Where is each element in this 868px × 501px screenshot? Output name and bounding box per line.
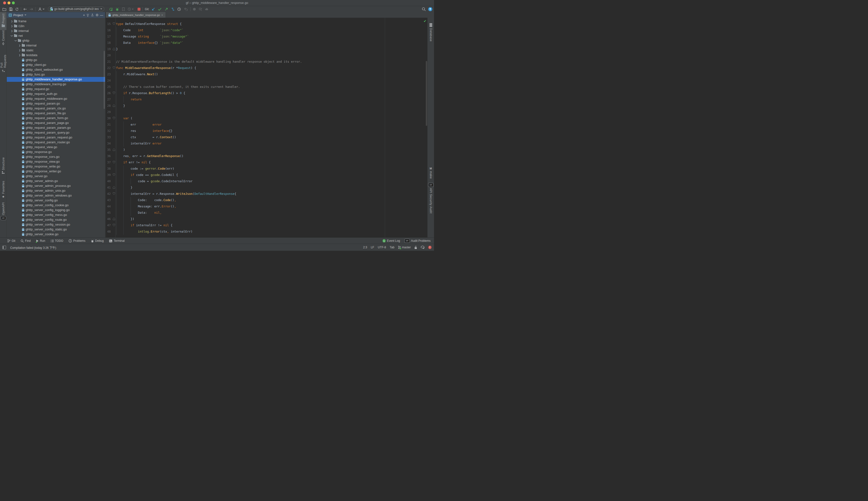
tree-item-ghttp_server_config_cookie.go[interactable]: ghttp_server_config_cookie.go (7, 203, 105, 208)
event-log-button[interactable]: 1Event Log (383, 239, 400, 243)
tree-item-net[interactable]: ❯net (7, 33, 105, 38)
chevron-collapsed-icon[interactable]: ❯ (18, 49, 21, 52)
expand-all-icon[interactable] (86, 13, 90, 17)
fold-marker-icon[interactable] (113, 161, 115, 163)
tree-item-ghttp_server_admin.go[interactable]: ghttp_server_admin.go (7, 179, 105, 183)
fold-marker-icon[interactable] (113, 173, 115, 176)
debug-icon[interactable] (116, 7, 119, 11)
fold-marker-icon[interactable] (113, 48, 115, 50)
tree-item-ghttp_request_param_file.go[interactable]: ghttp_request_param_file.go (7, 111, 105, 116)
tree-item-ghttp[interactable]: ❯ghttp (7, 38, 105, 43)
tool-window-git-button[interactable]: Git (7, 239, 15, 243)
stop-icon[interactable] (138, 8, 140, 11)
tree-item-internal[interactable]: ❯internal (7, 43, 105, 48)
lock-icon[interactable] (415, 246, 417, 249)
chevron-collapsed-icon[interactable]: ❯ (11, 20, 13, 22)
chevron-expanded-icon[interactable]: ❯ (11, 35, 13, 37)
tool-window-favorites-button[interactable]: Favorites ★ (0, 181, 7, 200)
tree-item-ghttp_request_param_page.go[interactable]: ghttp_request_param_page.go (7, 120, 105, 125)
tool-window-problems-button[interactable]: Problems (69, 239, 85, 243)
tree-item-internal[interactable]: ❯internal (7, 29, 105, 33)
fold-marker-icon[interactable] (113, 92, 115, 94)
fold-marker-icon[interactable] (113, 192, 115, 195)
chevron-collapsed-icon[interactable]: ❯ (11, 30, 13, 32)
tree-item-ghttp_server_config_session.go[interactable]: ghttp_server_config_session.go (7, 222, 105, 227)
tool-window-database-button[interactable]: Database (428, 23, 434, 44)
run-icon[interactable] (109, 7, 113, 11)
fold-marker-icon[interactable] (113, 186, 115, 189)
tree-item-ghttp_client.go[interactable]: ghttp_client.go (7, 62, 105, 67)
encoding-indicator[interactable]: UTF-8 (378, 246, 386, 249)
tree-item-ghttp_request_param_param.go[interactable]: ghttp_request_param_param.go (7, 125, 105, 130)
tree-item-ghttp_server_config_static.go[interactable]: ghttp_server_config_static.go (7, 227, 105, 232)
git-rollback-icon[interactable] (184, 8, 188, 11)
chevron-down-icon[interactable] (24, 14, 27, 15)
tree-item-ghttp_server_admin_unix.go[interactable]: ghttp_server_admin_unix.go (7, 188, 105, 193)
tree-item-ghttp_request_param_router.go[interactable]: ghttp_request_param_router.go (7, 140, 105, 145)
tool-window-pull-requests-button[interactable]: Pull Requests (0, 49, 7, 72)
code-editor[interactable]: 1516171819202122232425262728293031323334… (106, 18, 428, 237)
chevron-expanded-icon[interactable]: ❯ (14, 40, 17, 42)
tree-item-ghttp_func.go[interactable]: ghttp_func.go (7, 72, 105, 77)
tree-item-ghttp_client_websocket.go[interactable]: ghttp_client_websocket.go (7, 67, 105, 72)
cloud-settings-icon[interactable] (421, 246, 425, 249)
hide-panel-icon[interactable]: — (100, 13, 103, 17)
tool-window-make-button[interactable]: M make (428, 167, 434, 182)
back-icon[interactable] (23, 8, 27, 11)
tree-item-ghttp_server_admin_windows.go[interactable]: ghttp_server_admin_windows.go (7, 193, 105, 198)
fold-marker-icon[interactable] (113, 22, 115, 25)
git-push-icon[interactable] (165, 8, 168, 11)
tree-item-ghttp_request_param_query.go[interactable]: ghttp_request_param_query.go (7, 130, 105, 135)
error-analysis-indicator[interactable]: ! (428, 246, 431, 249)
git-branch-widget[interactable]: master (398, 246, 411, 249)
tree-item-ghttp_middleware_tracing.go[interactable]: ghttp_middleware_tracing.go (7, 82, 105, 87)
fold-marker-icon[interactable] (113, 148, 115, 151)
tree-item-ghttp_response.go[interactable]: ghttp_response.go (7, 150, 105, 154)
tree-item-frame[interactable]: ❯frame (7, 19, 105, 24)
fold-marker-icon[interactable] (113, 117, 115, 119)
close-tab-icon[interactable]: × (161, 13, 163, 17)
fold-marker-icon[interactable] (113, 217, 115, 220)
fold-marker-icon[interactable] (113, 224, 115, 226)
line-ending-indicator[interactable]: LF (371, 246, 374, 249)
locate-file-icon[interactable]: ⌖ (83, 13, 85, 17)
tree-item-ghttp_response_write.go[interactable]: ghttp_response_write.go (7, 164, 105, 169)
stash-cloud-icon[interactable] (205, 8, 209, 11)
project-panel-title[interactable]: Project (13, 13, 23, 17)
tool-window-run-button[interactable]: Run (36, 239, 45, 243)
git-merge-icon[interactable] (171, 8, 175, 11)
tool-window-toggle-icon[interactable] (2, 246, 6, 249)
tree-item-ghttp_response_view.go[interactable]: ghttp_response_view.go (7, 159, 105, 164)
ide-update-icon[interactable] (428, 7, 432, 11)
tree-item-ghttp_server_config.go[interactable]: ghttp_server_config.go (7, 198, 105, 203)
tree-item-ghttp_server_config_mess.go[interactable]: ghttp_server_config_mess.go (7, 213, 105, 217)
git-update-icon[interactable] (151, 8, 155, 11)
audit-problems-button[interactable]: /APIAudit Problems (405, 239, 431, 243)
editor-scrollbar[interactable] (426, 61, 427, 126)
tree-item-ghttp_response_cors.go[interactable]: ghttp_response_cors.go (7, 154, 105, 159)
status-message[interactable]: Compilation failed (today 3:26 下午) (10, 245, 56, 249)
tool-window-todo-button[interactable]: TODO (51, 239, 63, 243)
tree-item-ghttp_server_config_route.go[interactable]: ghttp_server_config_route.go (7, 217, 105, 222)
chevron-collapsed-icon[interactable]: ❯ (18, 54, 21, 56)
inspections-ok-icon[interactable]: ✔ (423, 19, 427, 23)
forward-icon[interactable] (30, 8, 33, 11)
tree-item-ghttp_server.go[interactable]: ghttp_server.go (7, 174, 105, 179)
tree-item-ghttp_request_view.go[interactable]: ghttp_request_view.go (7, 145, 105, 150)
tree-item-ghttp_server_cookie.go[interactable]: ghttp_server_cookie.go (7, 232, 105, 237)
fold-marker-icon[interactable] (113, 66, 115, 69)
tree-item-ghttp_request_param_form.go[interactable]: ghttp_request_param_form.go (7, 116, 105, 120)
tool-window-terminal-button[interactable]: Terminal (109, 239, 125, 243)
tree-item-ghttp_request_param_request.go[interactable]: ghttp_request_param_request.go (7, 135, 105, 140)
tree-item-i18n[interactable]: ❯i18n (7, 24, 105, 29)
tree-item-ghttp_server_admin_process.go[interactable]: ghttp_server_admin_process.go (7, 183, 105, 188)
tree-item-ghttp_request_auth.go[interactable]: ghttp_request_auth.go (7, 92, 105, 96)
user-profile-icon[interactable] (38, 8, 44, 11)
tree-item-ghttp_request_param_ctx.go[interactable]: ghttp_request_param_ctx.go (7, 106, 105, 111)
project-tree-scrollbar[interactable] (104, 51, 105, 109)
collapse-all-icon[interactable] (91, 13, 94, 17)
settings-gear-icon[interactable]: ⚙ (95, 13, 98, 17)
tree-item-ghttp_request_middleware.go[interactable]: ghttp_request_middleware.go (7, 96, 105, 101)
chevron-collapsed-icon[interactable]: ❯ (18, 44, 21, 47)
tree-item-ghttp_request_param.go[interactable]: ghttp_request_param.go (7, 101, 105, 106)
